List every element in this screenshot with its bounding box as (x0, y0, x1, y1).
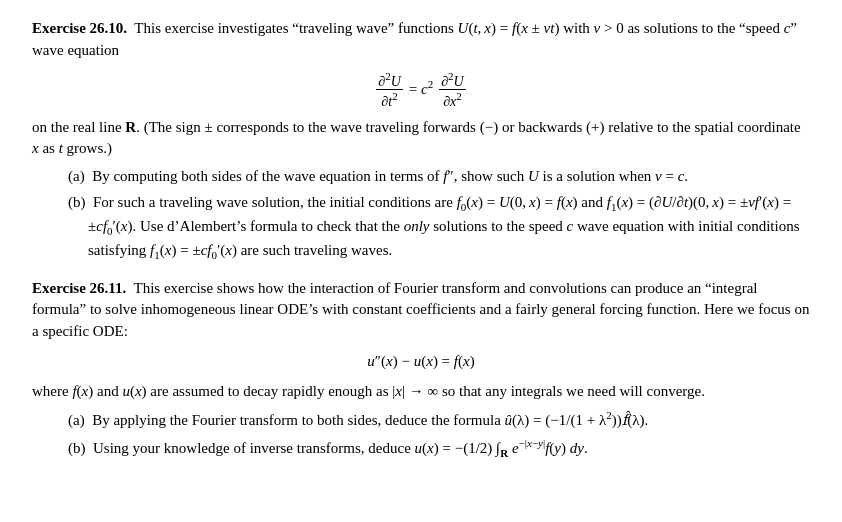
ex1-part-b-text: For such a traveling wave solution, the … (88, 194, 799, 258)
wave-eq-rhs: ∂2U ∂x2 (439, 70, 466, 109)
wave-eq-lhs-num: ∂2U (376, 70, 403, 90)
ode-text: u″(x) − u(x) = f(x) (367, 351, 474, 373)
ex1-after-eq: on the real line R. (The sign ± correspo… (32, 117, 810, 161)
ode-equation: u″(x) − u(x) = f(x) (32, 351, 810, 373)
ex1-part-b: (b) For such a traveling wave solution, … (68, 192, 810, 264)
ex1-part-a-label: (a) (68, 168, 88, 184)
wave-eq-equals: = c2 (409, 77, 433, 101)
ex2-after-ode: where f(x) and u(x) are assumed to decay… (32, 381, 810, 403)
ex2-part-b-text: Using your knowledge of inverse transfor… (93, 440, 588, 456)
ex1-number: Exercise 26.10. (32, 20, 127, 36)
ex1-opening: Exercise 26.10. This exercise investigat… (32, 18, 810, 62)
ex2-part-b-label: (b) (68, 440, 89, 456)
ex1-part-b-label: (b) (68, 194, 89, 210)
wave-equation: ∂2U ∂t2 = c2 ∂2U ∂x2 (32, 70, 810, 109)
ex1-parts: (a) By computing both sides of the wave … (68, 166, 810, 264)
exercise-26-10: Exercise 26.10. This exercise investigat… (32, 18, 810, 264)
ex1-intro: This exercise investigates “traveling wa… (32, 20, 797, 58)
ex1-part-a-text: By computing both sides of the wave equa… (92, 168, 688, 184)
ex2-parts: (a) By applying the Fourier transform to… (68, 408, 810, 462)
wave-eq-lhs: ∂2U ∂t2 (376, 70, 403, 109)
wave-eq-rhs-den: ∂x2 (439, 90, 466, 109)
ex2-number: Exercise 26.11. (32, 280, 126, 296)
ex2-part-a-text: By applying the Fourier transform to bot… (92, 412, 648, 428)
exercise-26-11: Exercise 26.11. This exercise shows how … (32, 278, 810, 462)
ex2-intro: This exercise shows how the interaction … (32, 280, 809, 340)
ex2-part-a-label: (a) (68, 412, 88, 428)
ex1-part-a: (a) By computing both sides of the wave … (68, 166, 810, 188)
wave-eq-lhs-den: ∂t2 (376, 90, 403, 109)
ex2-part-a: (a) By applying the Fourier transform to… (68, 408, 810, 432)
wave-eq-rhs-num: ∂2U (439, 70, 466, 90)
ex2-opening: Exercise 26.11. This exercise shows how … (32, 278, 810, 343)
ex2-part-b: (b) Using your knowledge of inverse tran… (68, 436, 810, 462)
